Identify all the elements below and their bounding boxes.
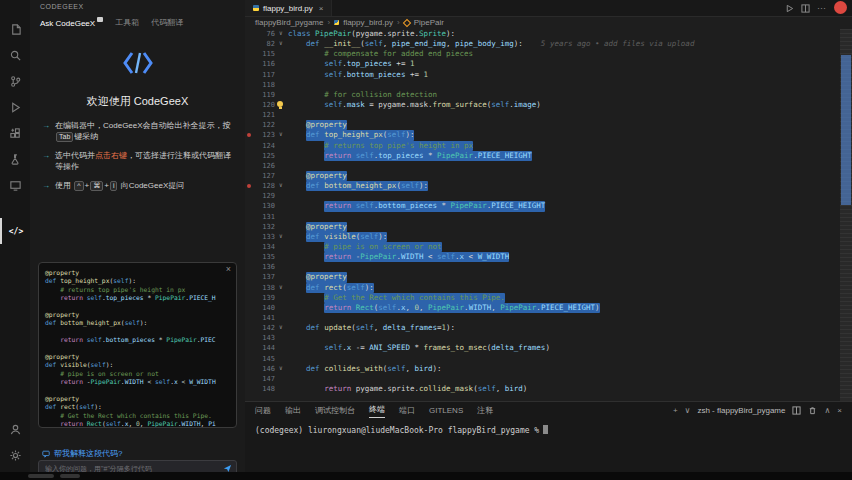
- editor-group: flappy_bird.py × ··· flappyBird_pygame ›…: [245, 0, 852, 472]
- code-line[interactable]: 82∨ def __init__(self, pipe_end_img, pip…: [245, 39, 840, 49]
- code-line[interactable]: @property: [45, 353, 230, 361]
- code-line[interactable]: 134 # pipe is on screen or not: [245, 242, 840, 252]
- trash-icon[interactable]: [808, 406, 817, 415]
- tab-gitlens[interactable]: GITLENS: [429, 406, 463, 415]
- split-panel-icon[interactable]: [801, 4, 810, 13]
- source-control-icon[interactable]: [0, 68, 30, 94]
- code-line[interactable]: @property: [45, 395, 230, 403]
- code-line[interactable]: 141: [245, 313, 840, 323]
- run-debug-icon[interactable]: [0, 94, 30, 120]
- close-icon[interactable]: ×: [837, 406, 842, 415]
- panel-tab-bar: 问题 输出 调试控制台 终端 端口 GITLENS 注释 + ∨ zsh - f…: [245, 402, 852, 418]
- account-icon[interactable]: [0, 416, 30, 442]
- code-line[interactable]: [45, 328, 230, 336]
- codegeex-icon[interactable]: </>: [0, 218, 30, 244]
- remote-icon[interactable]: [0, 172, 30, 198]
- breadcrumb-file[interactable]: flappy_bird.py: [343, 18, 393, 27]
- code-line[interactable]: 139 # Get the Rect which contains this P…: [245, 293, 840, 303]
- breadcrumb-folder[interactable]: flappyBird_pygame: [255, 18, 323, 27]
- code-line[interactable]: # pipe is on screen or not: [45, 370, 230, 378]
- tab-debug-console[interactable]: 调试控制台: [315, 405, 355, 416]
- close-icon[interactable]: ×: [319, 4, 324, 13]
- tab-code-translate[interactable]: 代码翻译: [151, 17, 183, 28]
- code-line[interactable]: @property: [45, 311, 230, 319]
- code-line[interactable]: 119 # for collision detection: [245, 90, 840, 100]
- chevron-up-icon[interactable]: ∧: [824, 406, 830, 415]
- tab-output[interactable]: 输出: [285, 405, 301, 416]
- code-line[interactable]: 132 @property: [245, 222, 840, 232]
- tab-comments[interactable]: 注释: [477, 405, 493, 416]
- code-line[interactable]: return self.bottom_pieces * PipePair.PIE…: [45, 336, 230, 344]
- code-line[interactable]: 127 @property: [245, 171, 840, 181]
- explorer-icon[interactable]: [0, 16, 30, 42]
- plus-icon[interactable]: +: [673, 406, 678, 415]
- play-icon[interactable]: [785, 4, 794, 13]
- code-line[interactable]: [45, 303, 230, 311]
- split-panel-icon[interactable]: [792, 406, 801, 415]
- code-line[interactable]: 137 @property: [245, 272, 840, 282]
- settings-gear-icon[interactable]: [0, 442, 30, 468]
- code-line[interactable]: def bottom_height_px(self):: [45, 319, 230, 327]
- code-line[interactable]: [45, 386, 230, 394]
- terminal-output[interactable]: (codegeex) liurongxuan@liudeMacBook-Pro …: [245, 418, 852, 442]
- code-editor[interactable]: 76∨class PipePair(pygame.sprite.Sprite):…: [245, 29, 840, 402]
- code-line[interactable]: # returns top pipe's height in px: [45, 286, 230, 294]
- shell-session-label[interactable]: zsh - flappyBird_pygame: [697, 406, 785, 415]
- tab-flappy-bird-py[interactable]: flappy_bird.py ×: [245, 0, 332, 16]
- code-line[interactable]: return -PipePair.WIDTH < self.x < W_WIDT…: [45, 378, 230, 386]
- sidebar-title: CODEGEEX: [30, 0, 245, 14]
- tab-ask-codegeex[interactable]: Ask CodeGeeX: [40, 17, 103, 28]
- code-line[interactable]: return self.top_pieces * PipePair.PIECE_…: [45, 294, 230, 302]
- code-line[interactable]: @property: [45, 269, 230, 277]
- code-line[interactable]: def rect(self):: [45, 403, 230, 411]
- code-line[interactable]: 128∨ def bottom_height_px(self):: [245, 181, 840, 191]
- scrollbar-slider[interactable]: [840, 29, 852, 402]
- code-line[interactable]: 115 # compensate for added end pieces: [245, 49, 840, 59]
- code-line[interactable]: 124 # returns top pipe's height in px: [245, 141, 840, 151]
- code-line[interactable]: 76∨class PipePair(pygame.sprite.Sprite):: [245, 29, 840, 39]
- tab-ports[interactable]: 端口: [399, 405, 415, 416]
- code-line[interactable]: def visible(self):: [45, 361, 230, 369]
- code-line[interactable]: [45, 345, 230, 353]
- search-icon[interactable]: [0, 42, 30, 68]
- code-line[interactable]: 145: [245, 354, 840, 364]
- code-line[interactable]: 116 self.top_pieces += 1: [245, 59, 840, 69]
- code-line[interactable]: 138∨ def rect(self):: [245, 283, 840, 293]
- code-line[interactable]: 147: [245, 374, 840, 384]
- code-line[interactable]: return Rect(self.x, 0, PipePair.WIDTH, P…: [45, 420, 230, 428]
- code-line[interactable]: 136: [245, 262, 840, 272]
- tab-toolbox[interactable]: 工具箱: [115, 17, 139, 28]
- code-line[interactable]: 121: [245, 110, 840, 120]
- code-line[interactable]: 122 @property: [245, 120, 840, 130]
- code-line[interactable]: 133∨ def visible(self):: [245, 232, 840, 242]
- code-line[interactable]: 135 return -PipePair.WIDTH < self.x < W_…: [245, 252, 840, 262]
- code-line[interactable]: 143: [245, 333, 840, 343]
- code-line[interactable]: 117 self.bottom_pieces += 1: [245, 70, 840, 80]
- tab-problems[interactable]: 问题: [255, 405, 271, 416]
- code-line[interactable]: 126: [245, 161, 840, 171]
- code-line[interactable]: 118: [245, 80, 840, 90]
- explain-code-link[interactable]: 帮我解释这段代码?: [42, 448, 122, 459]
- extensions-icon[interactable]: [0, 120, 30, 146]
- code-line[interactable]: 148 return pygame.sprite.collide_mask(se…: [245, 384, 840, 394]
- code-line[interactable]: 146∨ def collides_with(self, bird):: [245, 364, 840, 374]
- breadcrumb-symbol[interactable]: PipePair: [414, 18, 444, 27]
- fold-chevron-icon: ∨: [279, 180, 283, 190]
- code-line[interactable]: 130 return self.bottom_pieces * PipePair…: [245, 201, 840, 211]
- code-line[interactable]: 140 return Rect(self.x, 0, PipePair.WIDT…: [245, 303, 840, 313]
- code-line[interactable]: 144 self.x -= ANI_SPEED * frames_to_msec…: [245, 343, 840, 353]
- code-line[interactable]: 125 return self.top_pieces * PipePair.PI…: [245, 151, 840, 161]
- overview-ruler[interactable]: [840, 29, 852, 402]
- code-line[interactable]: 131: [245, 212, 840, 222]
- code-line[interactable]: 129: [245, 191, 840, 201]
- code-line[interactable]: # Get the Rect which contains this Pipe.: [45, 412, 230, 420]
- fold-chevron-icon: ∨: [279, 231, 283, 241]
- chevron-down-icon[interactable]: ∨: [685, 406, 691, 415]
- code-line[interactable]: 120 self.mask = pygame.mask.from_surface…: [245, 100, 840, 110]
- more-icon[interactable]: ···: [817, 3, 826, 13]
- code-line[interactable]: def top_height_px(self):: [45, 277, 230, 285]
- tab-terminal[interactable]: 终端: [369, 402, 385, 418]
- testing-icon[interactable]: [0, 146, 30, 172]
- code-line[interactable]: 142∨ def update(self, delta_frames=1):: [245, 323, 840, 333]
- code-line[interactable]: 123∨ def top_height_px(self):: [245, 130, 840, 140]
